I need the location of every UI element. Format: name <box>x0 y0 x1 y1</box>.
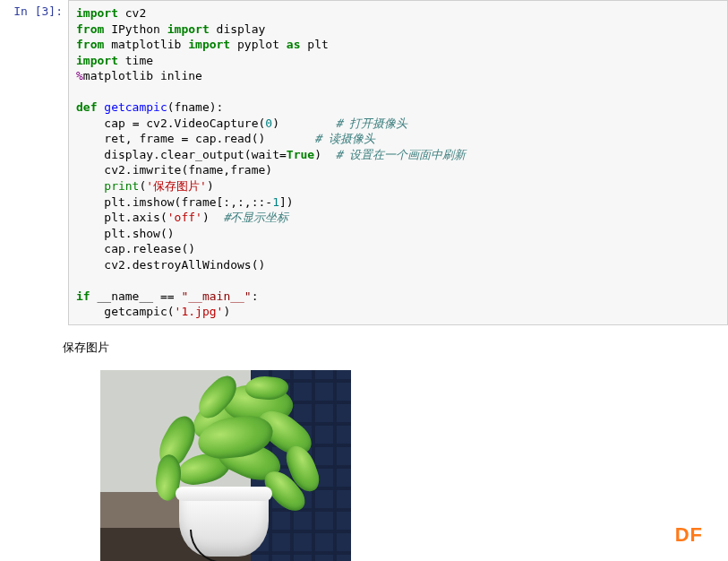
watermark-text: DF <box>675 523 703 547</box>
stdout-text: 保存图片 <box>63 331 721 361</box>
code-cell: In [3]: import cv2 from IPython import d… <box>0 0 728 325</box>
kw-import: import <box>76 6 118 20</box>
input-prompt: In [3]: <box>0 0 68 22</box>
code-editor[interactable]: import cv2 from IPython import display f… <box>68 0 728 325</box>
output-area: 保存图片 <box>63 325 728 561</box>
output-image <box>100 370 351 561</box>
